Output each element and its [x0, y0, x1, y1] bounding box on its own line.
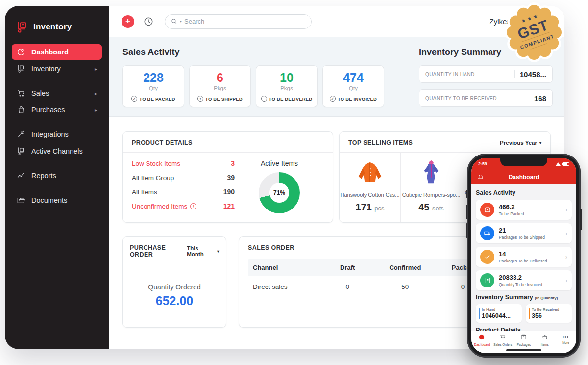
card-to-be-packed[interactable]: 228 Qty ✓ TO BE PACKED: [122, 65, 184, 107]
search-scope-caret-icon[interactable]: ▾: [180, 19, 182, 24]
card-to-be-shipped[interactable]: 6 Pkgs ● TO BE SHIPPED: [189, 65, 251, 107]
folder-icon: [17, 196, 25, 205]
top-selling-item-1[interactable]: Hanswooly Cotton Cas... 171 pcs: [340, 153, 401, 222]
sidebar: Inventory Dashboard Inventory ▸ Sales ▸ …: [5, 6, 109, 349]
sidebar-label-active-channels: Active Channels: [31, 147, 97, 155]
card-to-be-delivered[interactable]: 10 Pkgs − TO BE DELIVERED: [256, 65, 318, 107]
check-circle-icon: ✓: [330, 96, 336, 102]
tab-label: Sales Orders: [492, 343, 514, 346]
phone-notch: [500, 158, 547, 166]
dolly-icon: [17, 64, 25, 73]
to-be-packed-label: TO BE PACKED: [139, 96, 175, 102]
phone-row-to-be-delivered[interactable]: 14 Packages To be Delivered ›: [476, 247, 572, 267]
sidebar-label-sales: Sales: [31, 89, 89, 97]
gst-compliant-badge: ★ ★ ★ GST COMPLIANT: [503, 1, 565, 64]
package-icon: [480, 203, 494, 217]
active-items-label: Active Items: [235, 159, 324, 167]
sidebar-item-purchases[interactable]: Purchases ▸: [12, 102, 102, 118]
to-be-delivered-value: 10: [256, 71, 317, 85]
phone-time: 2:59: [478, 161, 487, 166]
all-items-row[interactable]: All Items 190: [132, 188, 235, 196]
to-be-shipped-value: 6: [190, 71, 250, 85]
top-selling-item-unit: sets: [432, 205, 444, 212]
recent-history-button[interactable]: [143, 16, 154, 27]
quick-create-button[interactable]: +: [122, 15, 134, 28]
integrations-icon: [17, 130, 25, 139]
to-be-packed-unit: Qty: [123, 85, 184, 91]
sidebar-item-documents[interactable]: Documents: [12, 192, 102, 208]
to-be-packed-label-row: ✓ TO BE PACKED: [123, 96, 184, 102]
tab-dashboard[interactable]: Dashboard: [471, 334, 492, 353]
cart-icon: [499, 334, 506, 340]
app-logo: Inventory: [12, 19, 102, 44]
phone-nav-bar: Dashboard: [471, 170, 576, 184]
history-clock-icon: [143, 16, 154, 27]
to-be-invoiced-unit: Qty: [323, 85, 384, 91]
wifi-icon: [556, 162, 561, 166]
col-draft: Draft: [321, 259, 374, 276]
top-selling-item-name: Cutiepie Rompers-spo...: [401, 192, 462, 198]
phone-volume-up-button: [466, 205, 467, 219]
phone-row-value: 20833.2: [499, 274, 542, 281]
search-box[interactable]: ▾: [165, 14, 312, 29]
phone-row-to-be-shipped[interactable]: 21 Packages To be Shipped ›: [476, 223, 572, 243]
low-stock-items-label: Low Stock Items: [132, 160, 180, 167]
in-hand-value: 1046044...: [482, 313, 518, 319]
sales-activity-title: Sales Activity: [122, 47, 407, 57]
top-selling-item-2[interactable]: Cutiepie Rompers-spo... 45 sets: [401, 153, 462, 222]
to-be-invoiced-value: 474: [323, 71, 384, 85]
chevron-right-icon: ›: [565, 277, 567, 284]
col-channel: Channel: [248, 259, 321, 276]
search-input[interactable]: [184, 18, 282, 25]
phone-inventory-summary-title: Inventory Summary (In Quantity): [476, 294, 572, 301]
cell-draft: 0: [321, 276, 374, 297]
phone-power-button: [580, 209, 582, 230]
phone-in-hand-card[interactable]: In Hand 1046044...: [476, 304, 522, 323]
phone-row-label: Quantity To be Invoiced: [499, 282, 542, 287]
quantity-to-be-received-row: QUANTITY TO BE RECEIVED 168: [419, 89, 553, 107]
in-hand-label: In Hand: [482, 307, 518, 312]
cell-confirmed: 50: [374, 276, 437, 297]
truck-icon: [480, 226, 494, 240]
phone-row-value: 466.2: [499, 203, 524, 210]
phone-tab-bar: Dashboard Sales Orders Packages Items ••…: [471, 331, 576, 353]
tab-label: Dashboard: [471, 343, 492, 346]
inventory-logo-icon: [16, 21, 28, 33]
unconfirmed-items-row[interactable]: Unconfirmed Items ! 121: [132, 202, 235, 210]
sidebar-item-dashboard[interactable]: Dashboard: [12, 44, 102, 60]
tab-more[interactable]: ••• More: [555, 334, 576, 353]
sidebar-item-sales[interactable]: Sales ▸: [12, 85, 102, 101]
phone-row-to-be-invoiced[interactable]: 20833.2 Quantity To be Invoiced ›: [476, 270, 572, 290]
phone-page-title: Dashboard: [471, 174, 576, 181]
expand-caret-icon: ▸: [95, 91, 97, 96]
box-icon: [520, 334, 527, 340]
top-selling-item-unit: pcs: [374, 205, 384, 212]
purchase-order-period-value: This Month: [187, 245, 215, 257]
card-to-be-invoiced[interactable]: 474 Qty ✓ TO BE INVOICED: [322, 65, 384, 107]
cart-icon: [17, 89, 25, 98]
top-selling-period-value: Previous Year: [500, 140, 537, 146]
sidebar-item-reports[interactable]: Reports: [12, 168, 102, 183]
all-item-group-label: All Item Group: [132, 174, 174, 182]
search-icon: [171, 18, 177, 25]
home-indicator[interactable]: [506, 349, 541, 351]
topbar: + ▾ Zylker ▾: [109, 6, 564, 37]
sidebar-item-active-channels[interactable]: Active Channels: [12, 143, 102, 159]
sidebar-item-integrations[interactable]: Integrations: [12, 127, 102, 142]
phone-to-be-received-card[interactable]: To Be Received 356: [526, 304, 572, 323]
dashboard-icon: [478, 334, 485, 340]
tab-label: Packages: [514, 343, 535, 346]
sidebar-item-inventory[interactable]: Inventory ▸: [12, 61, 102, 77]
phone-row-to-be-packed[interactable]: 466.2 To be Packed ›: [476, 200, 572, 220]
battery-icon: [562, 162, 569, 166]
expand-caret-icon: ▸: [95, 66, 97, 72]
info-icon[interactable]: !: [190, 203, 196, 209]
dolly-icon: [17, 147, 25, 156]
all-item-group-row[interactable]: All Item Group 39: [132, 174, 235, 182]
to-be-packed-value: 228: [123, 71, 184, 85]
purchase-order-period-dropdown[interactable]: This Month ▾: [187, 245, 219, 257]
top-selling-item-qty: 45: [418, 202, 429, 212]
top-selling-period-dropdown[interactable]: Previous Year ▾: [500, 140, 541, 146]
to-be-invoiced-label-row: ✓ TO BE INVOICED: [323, 96, 384, 102]
low-stock-items-row[interactable]: Low Stock Items 3: [132, 159, 235, 167]
